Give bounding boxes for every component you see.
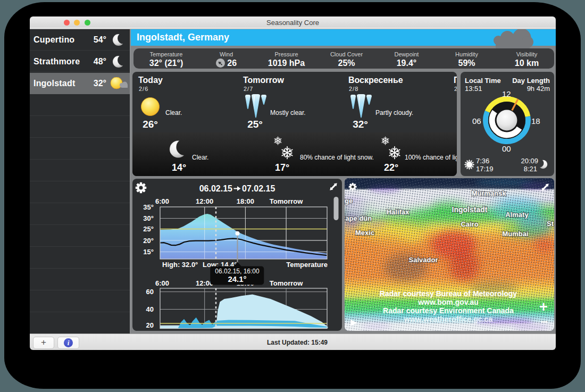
- svg-text:07.02.15: 07.02.15: [242, 184, 275, 193]
- svg-text:Ingolstadt: Ingolstadt: [452, 205, 488, 214]
- svg-text:Tomorrow: Tomorrow: [270, 279, 303, 287]
- svg-text:High: 32.0°: High: 32.0°: [162, 261, 198, 269]
- svg-text:15°: 15°: [143, 248, 154, 256]
- svg-text:35°: 35°: [143, 203, 154, 211]
- svg-text:20°: 20°: [143, 237, 154, 245]
- svg-text:Radar courtesy Environment Can: Radar courtesy Environment Canada: [383, 306, 514, 315]
- svg-text:+: +: [539, 298, 548, 315]
- svg-text:www.weatheroffice.gc.ca: www.weatheroffice.gc.ca: [404, 315, 492, 323]
- svg-text:ge: ge: [345, 197, 353, 205]
- svg-text:30°: 30°: [143, 214, 154, 222]
- svg-text:www.bom.gov.au: www.bom.gov.au: [417, 298, 479, 306]
- svg-text:6:00: 6:00: [155, 279, 169, 287]
- svg-text:06.02.15, 16:00: 06.02.15, 16:00: [215, 268, 260, 275]
- svg-text:Mexic: Mexic: [355, 229, 374, 237]
- svg-text:Cairo: Cairo: [461, 220, 478, 228]
- svg-text:Cape dün: Cape dün: [345, 214, 372, 222]
- svg-text:Mumbai: Mumbai: [502, 230, 528, 238]
- svg-text:St: St: [547, 220, 554, 228]
- svg-text:20: 20: [146, 321, 154, 329]
- svg-text:−: −: [540, 314, 548, 329]
- svg-text:Tomorrow: Tomorrow: [270, 197, 303, 205]
- svg-text:06.02.15: 06.02.15: [199, 184, 232, 193]
- svg-text:6:00: 6:00: [155, 197, 169, 205]
- svg-text:Murmansk: Murmansk: [471, 189, 506, 197]
- svg-text:Radar courtesy Bureau of Meteo: Radar courtesy Bureau of Meteorology: [380, 289, 517, 298]
- svg-text:Halifax: Halifax: [387, 208, 410, 216]
- svg-text:60: 60: [146, 288, 154, 296]
- svg-text:Almaty: Almaty: [505, 211, 529, 219]
- svg-text:12:00: 12:00: [196, 197, 213, 205]
- svg-text:25°: 25°: [143, 225, 154, 233]
- svg-text:40: 40: [146, 305, 154, 313]
- svg-text:24.1°: 24.1°: [228, 274, 246, 283]
- svg-text:18:00: 18:00: [237, 197, 254, 205]
- svg-text:Temperature: Temperature: [286, 261, 328, 269]
- svg-text:Salvador: Salvador: [409, 256, 438, 264]
